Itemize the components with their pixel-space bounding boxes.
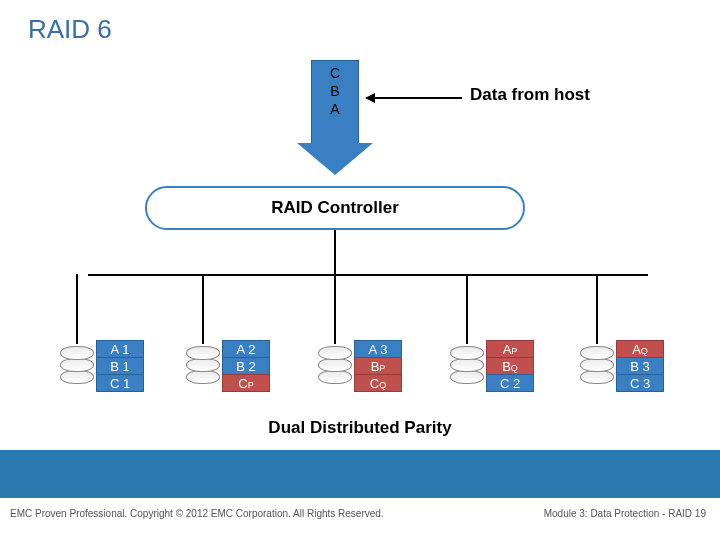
- bus-drop: [202, 274, 204, 344]
- host-label: Data from host: [470, 85, 590, 105]
- footer: EMC Proven Professional. Copyright © 201…: [0, 498, 720, 540]
- data-block: A 1: [96, 340, 144, 358]
- host-pointer-line: [366, 97, 462, 99]
- disk-icon: [318, 346, 352, 384]
- footer-left: EMC Proven Professional. Copyright © 201…: [10, 508, 384, 519]
- data-block: C 1: [96, 374, 144, 392]
- bus-drop: [466, 274, 468, 344]
- host-arrow-labels: C B A: [311, 64, 359, 118]
- stripe-column: A 3BPCQ: [354, 340, 402, 391]
- bus-drop: [334, 274, 336, 344]
- diagram-caption: Dual Distributed Parity: [0, 418, 720, 438]
- arrow-line: C: [311, 64, 359, 82]
- slide-title: RAID 6: [28, 14, 112, 45]
- slide: RAID 6 C B A Data from host RAID Control…: [0, 0, 720, 540]
- raid-controller-box: RAID Controller: [145, 186, 525, 230]
- raid-controller-label: RAID Controller: [271, 198, 399, 218]
- data-block: A 3: [354, 340, 402, 358]
- data-block: C 2: [486, 374, 534, 392]
- parity-block: AQ: [616, 340, 664, 358]
- data-block: A 2: [222, 340, 270, 358]
- data-block: B 1: [96, 357, 144, 375]
- stripe-column: APBQC 2: [486, 340, 534, 391]
- bus-vertical: [334, 230, 336, 276]
- disk-icon: [60, 346, 94, 384]
- footer-bar: [0, 450, 720, 498]
- stripe-column: A 1B 1C 1: [96, 340, 144, 391]
- stripe-column: A 2B 2CP: [222, 340, 270, 391]
- stripe-column: AQB 3C 3: [616, 340, 664, 391]
- host-arrow-head: [297, 143, 373, 175]
- bus-drop: [76, 274, 78, 344]
- disk-icon: [186, 346, 220, 384]
- parity-block: CQ: [354, 374, 402, 392]
- arrow-line: B: [311, 82, 359, 100]
- parity-block: BP: [354, 357, 402, 375]
- parity-block: CP: [222, 374, 270, 392]
- parity-block: AP: [486, 340, 534, 358]
- footer-right: Module 3: Data Protection - RAID 19: [544, 508, 706, 519]
- data-block: B 3: [616, 357, 664, 375]
- arrow-line: A: [311, 100, 359, 118]
- disk-icon: [450, 346, 484, 384]
- bus-drop: [596, 274, 598, 344]
- data-block: B 2: [222, 357, 270, 375]
- disk-icon: [580, 346, 614, 384]
- bus-horizontal: [88, 274, 648, 276]
- data-block: C 3: [616, 374, 664, 392]
- parity-block: BQ: [486, 357, 534, 375]
